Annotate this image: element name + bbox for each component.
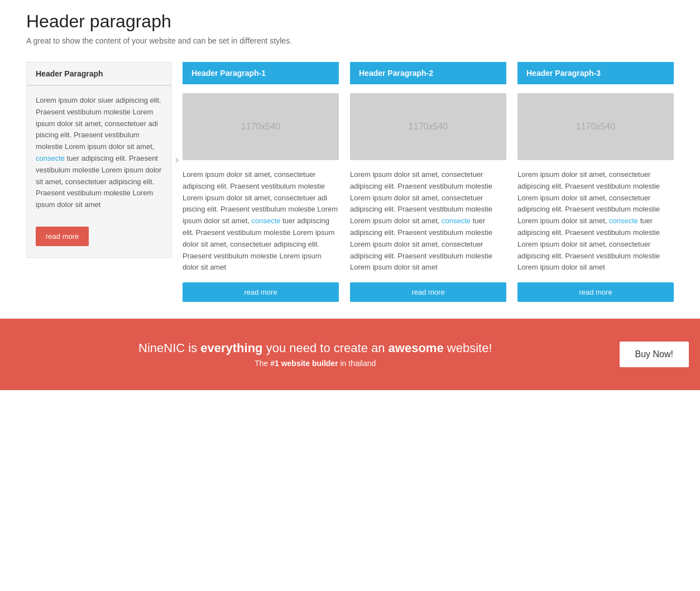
footer-text-mid: you need to create an: [263, 341, 389, 355]
footer-banner-headline: NineNIC is everything you need to create…: [11, 341, 620, 355]
footer-subtitle-prefix: The: [255, 359, 270, 368]
col-link-1[interactable]: consecte: [252, 217, 281, 225]
col-image-3: 1170x540: [517, 93, 674, 160]
footer-banner-text: NineNIC is everything you need to create…: [11, 341, 620, 368]
col-header-3: Header Paragraph-3: [517, 62, 674, 84]
col-body-text1-3: Lorem ipsum dolor sit amet, consectetuer…: [517, 170, 660, 225]
footer-subtitle-suffix: in thailand: [338, 359, 376, 368]
page-wrapper: Header paragraph A great to show the con…: [15, 0, 685, 302]
footer-bold1: everything: [200, 341, 262, 355]
footer-text-suffix: website!: [444, 341, 492, 355]
sidebar-card: Header Paragraph Lorem ipsum dolor siuer…: [26, 62, 171, 258]
main-content: Header Paragraph Lorem ipsum dolor siuer…: [26, 62, 674, 302]
col-header-1: Header Paragraph-1: [183, 62, 339, 84]
col-image-2: 1170x540: [350, 93, 506, 160]
sidebar-card-body: Lorem ipsum dolor siuer adipiscing elit.…: [27, 86, 171, 220]
col-image-1: 1170x540: [183, 93, 339, 160]
col-body-3: Lorem ipsum dolor sit amet, consectetuer…: [517, 169, 674, 273]
footer-banner-subtitle: The #1 website builder in thailand: [11, 359, 620, 368]
col-card-1: Header Paragraph-1 1170x540 Lorem ipsum …: [183, 62, 339, 302]
sidebar-body-text1: Lorem ipsum dolor siuer adipiscing elit.…: [36, 96, 161, 151]
footer-banner: NineNIC is everything you need to create…: [0, 319, 700, 390]
sidebar-card-header: Header Paragraph: [27, 63, 171, 86]
col-read-more-button-3[interactable]: read more: [517, 282, 674, 302]
col-body-text1-2: Lorem ipsum dolor sit amet, consectetuer…: [350, 170, 492, 225]
col-read-more-button-1[interactable]: read more: [183, 282, 339, 302]
page-title: Header paragraph: [26, 11, 674, 32]
col-header-2: Header Paragraph-2: [350, 62, 506, 84]
col-link-2[interactable]: consecte: [442, 217, 471, 225]
col-card-3: Header Paragraph-3 1170x540 Lorem ipsum …: [517, 62, 674, 302]
footer-bold2: awesome: [389, 341, 444, 355]
col-body-2: Lorem ipsum dolor sit amet, consectetuer…: [350, 169, 506, 273]
footer-text-prefix: NineNIC is: [138, 341, 200, 355]
columns-wrapper: Header Paragraph-1 1170x540 Lorem ipsum …: [183, 62, 674, 302]
sidebar-link[interactable]: consecte: [36, 154, 65, 162]
col-link-3[interactable]: consecte: [609, 217, 638, 225]
col-card-2: Header Paragraph-2 1170x540 Lorem ipsum …: [350, 62, 506, 302]
page-subtitle: A great to show the content of your webs…: [26, 36, 674, 45]
col-read-more-button-2[interactable]: read more: [350, 282, 506, 302]
sidebar-read-more-button[interactable]: read more: [36, 227, 89, 246]
sidebar-arrow-icon: ›: [175, 154, 179, 166]
buy-now-button[interactable]: Buy Now!: [620, 342, 689, 367]
footer-subtitle-bold: #1 website builder: [270, 359, 338, 368]
col-body-1: Lorem ipsum dolor sit amet, consectetuer…: [183, 169, 339, 273]
